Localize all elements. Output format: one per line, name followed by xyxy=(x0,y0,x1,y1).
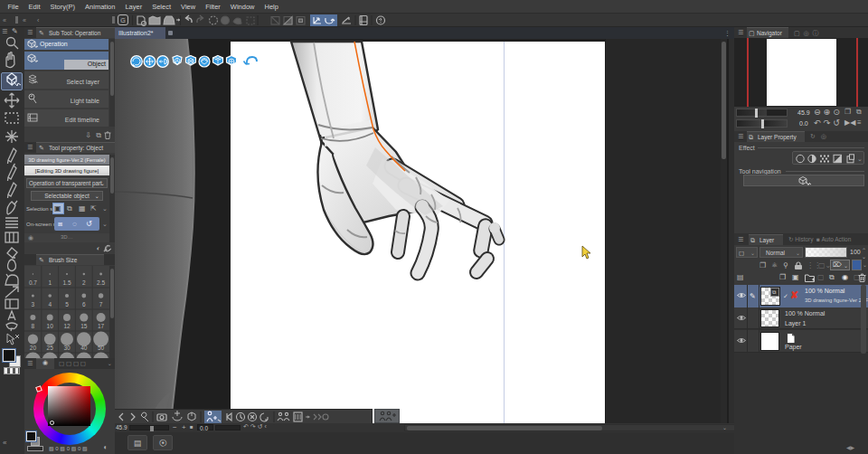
svg-text:40: 40 xyxy=(80,345,88,351)
svg-text:12: 12 xyxy=(63,323,71,329)
svg-text:10: 10 xyxy=(47,323,54,329)
svg-text:5: 5 xyxy=(65,301,69,307)
svg-text:50: 50 xyxy=(98,345,105,351)
svg-text:8: 8 xyxy=(32,323,35,329)
svg-text:1: 1 xyxy=(48,279,52,286)
svg-text:2.5: 2.5 xyxy=(97,279,105,286)
svg-text:1.5: 1.5 xyxy=(62,279,71,286)
svg-text:3: 3 xyxy=(32,301,35,307)
svg-text:20: 20 xyxy=(30,345,37,351)
svg-text:25: 25 xyxy=(47,345,54,351)
svg-text:2: 2 xyxy=(82,279,86,286)
svg-text:6: 6 xyxy=(82,301,86,307)
svg-text:17: 17 xyxy=(98,323,105,329)
svg-text:4: 4 xyxy=(48,301,52,307)
svg-text:0.7: 0.7 xyxy=(29,279,37,286)
svg-text:30: 30 xyxy=(63,345,71,351)
svg-text:15: 15 xyxy=(80,323,88,329)
svg-text:7: 7 xyxy=(99,301,103,307)
